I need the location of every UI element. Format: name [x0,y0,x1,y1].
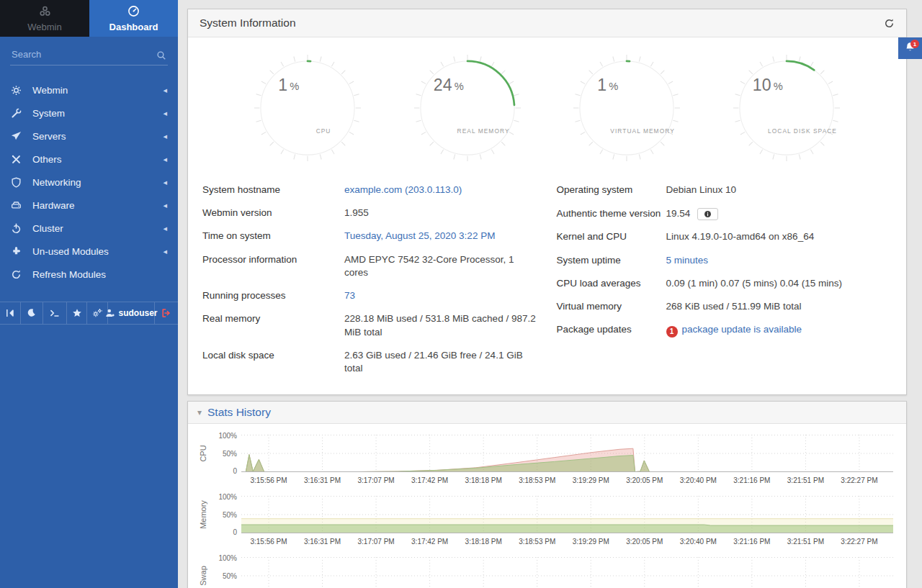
tab-dashboard[interactable]: Dashboard [89,0,178,37]
tab-webmin-label: Webmin [27,22,61,32]
sidebar: Webmin Dashboard Webmin◂System◂Servers◂O… [0,0,178,588]
page-title: System Information [200,17,296,30]
chevron-left-icon: ◂ [163,201,167,210]
info-value-link[interactable]: Tuesday, August 25, 2020 3:22 PM [344,230,495,241]
sidebar-item-label: Webmin [32,85,163,96]
stats-history-header[interactable]: ▾ Stats History [188,402,906,424]
refresh-page-button[interactable] [884,18,895,29]
sidebar-item-label: Cluster [32,223,163,234]
info-row-local-disk-space: Local disk space2.63 GiB used / 21.46 Gi… [202,344,538,380]
sidebar-item-label: Un-used Modules [32,246,163,257]
system-info-table: System hostnameexample.com (203.0.113.0)… [188,168,906,394]
chart-swap: Swap100%50%03:15:56 PM3:16:31 PM3:17:07 … [194,557,893,588]
gauge-virtual-memory: 1%VIRTUAL MEMORY [566,48,687,168]
sidebar-item-refresh-modules[interactable]: Refresh Modules [0,263,178,286]
info-value-text: 19.54 [666,208,691,219]
favorites-button[interactable] [67,302,87,324]
star-icon [72,308,82,318]
info-row-real-memory: Real memory228.18 MiB used / 531.8 MiB c… [202,307,538,343]
x-tick-label: 3:19:29 PM [573,476,609,484]
sidebar-item-system[interactable]: System◂ [0,101,178,125]
sidebar-menu: Webmin◂System◂Servers◂Others◂Networking◂… [0,78,178,286]
collapse-caret-icon: ▾ [197,407,202,417]
x-tick-label: 3:18:18 PM [465,538,502,546]
theme-info-button[interactable] [697,208,718,220]
drive-icon [11,199,23,211]
logout-icon [161,308,171,318]
user-button[interactable]: sudouser [108,302,155,324]
sidebar-item-cluster[interactable]: Cluster◂ [0,217,178,240]
info-value-link[interactable]: example.com (203.0.113.0) [344,184,462,195]
chart-y-axis: 100%50%0 [212,435,241,472]
info-row-running-processes: Running processes73 [202,284,538,307]
x-tick-label: 3:21:16 PM [733,476,770,484]
moon-icon [27,308,37,318]
x-tick-label: 3:17:07 PM [358,476,395,484]
info-value-text: 0.09 (1 min) 0.07 (5 mins) 0.04 (15 mins… [666,278,843,289]
info-label: Local disk space [202,350,344,361]
x-tick-label: 3:20:05 PM [626,476,663,484]
svg-text:10%: 10% [753,76,783,94]
collapse-sidebar-button[interactable] [0,302,21,324]
info-label: System hostname [202,184,344,195]
send-icon [11,130,23,142]
info-column-left: System hostnameexample.com (203.0.113.0)… [202,178,538,380]
terminal-button[interactable] [43,302,67,324]
sidebar-item-webmin[interactable]: Webmin◂ [0,78,178,101]
x-tick-label: 3:16:31 PM [304,538,341,546]
notification-count-badge: 1 [910,40,919,48]
sidebar-item-others[interactable]: Others◂ [0,148,178,171]
sidebar-footer-toolbar: sudouser [0,302,178,325]
x-tick-label: 3:20:40 PM [680,538,717,546]
sidebar-item-label: Others [32,154,163,165]
svg-text:REAL MEMORY: REAL MEMORY [457,127,509,135]
info-value-link[interactable]: 73 [344,290,355,301]
dashboard-icon [127,5,140,19]
user-icon [105,308,115,318]
x-tick-label: 3:18:53 PM [519,538,555,546]
night-mode-button[interactable] [21,302,43,324]
x-tick-label: 3:17:07 PM [358,538,395,546]
chart-axis-title: Swap [199,566,207,586]
sidebar-item-networking[interactable]: Networking◂ [0,171,178,194]
sidebar-search [0,37,178,70]
x-tick-label: 3:18:18 PM [465,476,502,484]
chart-plot-area [241,496,893,533]
x-tick-label: 3:20:40 PM [680,476,717,484]
info-label: Running processes [202,290,344,301]
x-tick-label: 3:16:31 PM [304,476,341,484]
chevron-left-icon: ◂ [163,109,167,118]
webmin-logo-icon [39,5,51,19]
sidebar-item-un-used-modules[interactable]: Un-used Modules◂ [0,240,178,263]
sidebar-item-servers[interactable]: Servers◂ [0,125,178,148]
info-label: CPU load averages [557,278,666,289]
info-row-kernel-and-cpu: Kernel and CPULinux 4.19.0-10-amd64 on x… [557,225,892,248]
info-label: Processor information [202,254,344,265]
chevron-left-icon: ◂ [163,86,167,95]
info-value-text: AMD EPYC 7542 32-Core Processor, 1 cores [344,254,514,278]
power-icon [11,222,23,234]
tab-webmin[interactable]: Webmin [0,0,89,37]
x-tick-label: 3:17:42 PM [411,538,448,546]
shield-icon [11,176,23,188]
info-value-link[interactable]: package update is available [682,324,802,335]
stats-history-title: Stats History [207,406,271,419]
info-column-right: Operating systemDebian Linux 10Authentic… [557,178,892,380]
search-input[interactable] [10,45,168,65]
x-tick-label: 3:15:56 PM [250,476,287,484]
gauge-local-disk-space: 10%LOCAL DISK SPACE [726,48,847,168]
info-label: Package updates [557,324,666,335]
info-row-webmin-version: Webmin version1.955 [202,202,538,225]
terminal-icon [50,308,60,318]
notifications-tab[interactable]: 1 [898,37,922,59]
info-value-link[interactable]: 5 minutes [666,255,709,266]
gauge-cpu: 1%CPU [247,48,368,168]
sidebar-item-label: Servers [32,131,163,142]
x-tick-label: 3:17:42 PM [411,476,448,484]
puzzle-icon [11,245,23,257]
username-label: sudouser [119,308,158,318]
sidebar-item-hardware[interactable]: Hardware◂ [0,194,178,217]
logout-button[interactable] [155,302,178,324]
info-row-virtual-memory: Virtual memory268 KiB used / 511.99 MiB … [557,295,892,318]
chart-axis-title: Memory [199,500,207,529]
